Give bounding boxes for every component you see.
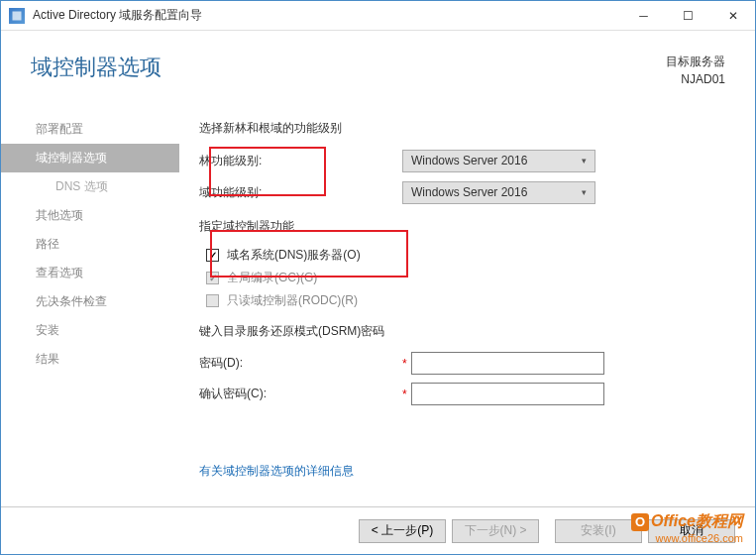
watermark-url: www.office26.com	[631, 532, 743, 544]
required-asterisk: *	[402, 357, 407, 371]
header: 域控制器选项 目标服务器 NJAD01	[1, 31, 755, 110]
sidebar-nav: 部署配置 域控制器选项 DNS 选项 其他选项 路径 查看选项 先决条件检查 安…	[1, 110, 179, 487]
page-title: 域控制器选项	[31, 53, 162, 110]
target-server: NJAD01	[666, 70, 725, 88]
domain-level-dropdown[interactable]: Windows Server 2016 ▾	[402, 181, 595, 204]
gc-checkbox-label: 全局编录(GC)(G)	[227, 270, 317, 286]
watermark: OOffice教程网 www.office26.com	[631, 511, 743, 544]
nav-deploy-config[interactable]: 部署配置	[1, 115, 179, 144]
nav-prereq[interactable]: 先决条件检查	[1, 287, 179, 316]
watermark-icon: O	[631, 513, 649, 531]
nav-review[interactable]: 查看选项	[1, 259, 179, 287]
svg-rect-0	[13, 11, 22, 20]
nav-other-options[interactable]: 其他选项	[1, 201, 179, 230]
titlebar: Active Directory 域服务配置向导 ─ ☐ ✕	[1, 1, 755, 31]
body: 部署配置 域控制器选项 DNS 选项 其他选项 路径 查看选项 先决条件检查 安…	[1, 110, 755, 487]
domain-level-label: 域功能级别:	[199, 184, 402, 201]
section-dc-capabilities: 指定域控制器功能	[199, 218, 725, 235]
window-controls: ─ ☐ ✕	[621, 1, 755, 31]
rodc-checkbox-label: 只读域控制器(RODC)(R)	[227, 292, 358, 309]
prev-button[interactable]: < 上一步(P)	[359, 519, 446, 543]
domain-level-value: Windows Server 2016	[411, 185, 527, 199]
target-server-info: 目标服务器 NJAD01	[666, 53, 725, 110]
nav-results[interactable]: 结果	[1, 345, 179, 374]
window-title: Active Directory 域服务配置向导	[33, 7, 621, 24]
rodc-checkbox	[206, 294, 219, 307]
nav-paths[interactable]: 路径	[1, 230, 179, 259]
gc-checkbox	[206, 272, 219, 284]
password-input[interactable]	[411, 352, 604, 375]
forest-level-row: 林功能级别: Windows Server 2016 ▾	[199, 149, 725, 172]
nav-install[interactable]: 安装	[1, 316, 179, 345]
domain-level-row: 域功能级别: Windows Server 2016 ▾	[199, 180, 725, 204]
maximize-button[interactable]: ☐	[666, 1, 710, 31]
app-icon	[9, 8, 25, 24]
forest-level-dropdown[interactable]: Windows Server 2016 ▾	[402, 150, 595, 172]
confirm-password-input[interactable]	[411, 383, 604, 405]
dns-checkbox-label: 域名系统(DNS)服务器(O)	[227, 247, 361, 264]
confirm-password-row: 确认密码(C): *	[199, 383, 725, 405]
forest-level-label: 林功能级别:	[199, 153, 402, 169]
section-functional-levels: 选择新林和根域的功能级别	[199, 120, 725, 137]
target-label: 目标服务器	[666, 53, 725, 70]
forest-level-value: Windows Server 2016	[411, 154, 527, 167]
required-asterisk: *	[402, 388, 407, 401]
rodc-checkbox-row: 只读域控制器(RODC)(R)	[199, 292, 725, 309]
install-button: 安装(I)	[555, 519, 642, 543]
confirm-password-label: 确认密码(C):	[199, 386, 402, 402]
gc-checkbox-row: 全局编录(GC)(G)	[199, 270, 725, 286]
section-dsrm: 键入目录服务还原模式(DSRM)密码	[199, 323, 725, 340]
dns-checkbox[interactable]	[206, 249, 219, 262]
password-row: 密码(D): *	[199, 352, 725, 375]
password-label: 密码(D):	[199, 355, 402, 372]
nav-dc-options[interactable]: 域控制器选项	[1, 144, 179, 172]
dns-checkbox-row: 域名系统(DNS)服务器(O)	[199, 247, 725, 264]
chevron-down-icon: ▾	[582, 156, 587, 166]
nav-dns-options[interactable]: DNS 选项	[1, 172, 179, 201]
next-button[interactable]: 下一步(N) >	[452, 519, 539, 543]
minimize-button[interactable]: ─	[621, 1, 666, 31]
chevron-down-icon: ▾	[582, 187, 587, 197]
more-info-link[interactable]: 有关域控制器选项的详细信息	[199, 463, 354, 480]
watermark-title: Office教程网	[651, 512, 743, 529]
close-button[interactable]: ✕	[710, 1, 755, 31]
main-content: 选择新林和根域的功能级别 林功能级别: Windows Server 2016 …	[179, 110, 755, 487]
